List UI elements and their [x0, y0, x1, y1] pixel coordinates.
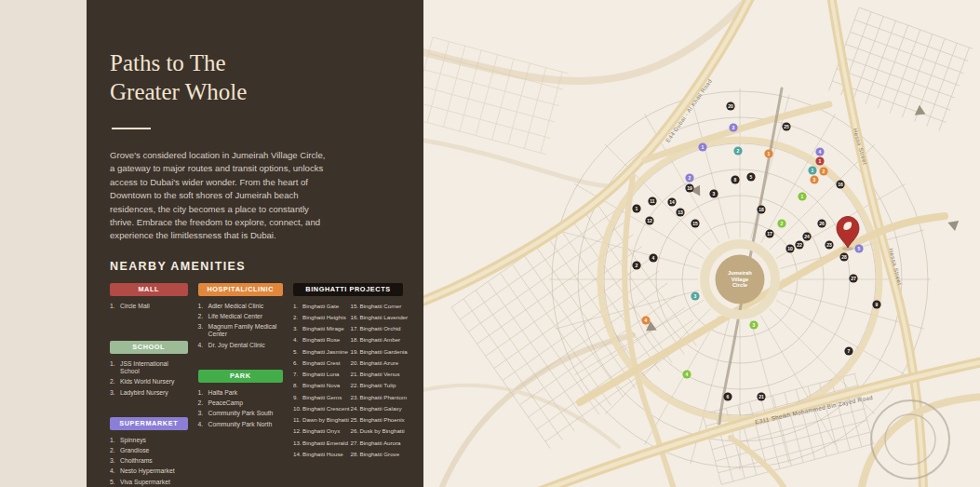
svg-text:4: 4: [819, 149, 822, 155]
amenity-item-name: Community Park North: [208, 421, 283, 428]
map-marker-binghatti-27: 27: [849, 274, 857, 282]
svg-text:18: 18: [758, 207, 764, 212]
binghatti-list: 1.Binghatti Gate2.Binghatti Heights3.Bin…: [293, 303, 403, 462]
amenity-item-name: Ladybird Nursery: [120, 389, 188, 397]
category-header-supermarket: SUPERMARKET: [110, 417, 188, 430]
map-marker-supermarket-2: 2: [685, 173, 693, 182]
svg-text:3: 3: [694, 293, 697, 299]
map-marker-binghatti-15: 15: [691, 219, 699, 227]
svg-text:6: 6: [727, 394, 730, 399]
amenity-item: 3.Choithrams: [110, 457, 188, 465]
svg-text:27: 27: [851, 276, 856, 281]
amenity-item-number: 1.: [110, 360, 120, 375]
map-marker-park-3: 3: [749, 320, 758, 329]
amenity-item-name: Spinneys: [120, 437, 188, 444]
map-marker-binghatti-28: 28: [839, 252, 848, 261]
amenity-item: 3.Binghatti Mirage: [293, 325, 346, 331]
map-marker-binghatti-16: 16: [836, 180, 844, 188]
amenity-item: 3.Community Park South: [198, 410, 283, 417]
map-marker-binghatti-7: 7: [844, 346, 852, 355]
svg-text:4: 4: [686, 372, 689, 377]
map-marker-binghatti-1: 1: [632, 204, 640, 212]
amenity-item-number: 5.: [110, 479, 120, 486]
amenities-heading: NEARBY AMENITIES: [110, 260, 403, 273]
amenity-item-name: PeaceCamp: [208, 399, 283, 407]
amenity-item-name: Binghatti Phantom: [360, 394, 408, 400]
amenity-item: 4.Nesto Hypermarket: [110, 467, 188, 475]
amenity-item: 2.Kids World Nursery: [110, 378, 188, 386]
amenity-item-number: 3.: [110, 457, 120, 465]
amenity-item: 28.Binghatti Grove: [351, 451, 404, 457]
svg-text:12: 12: [647, 218, 652, 223]
amenity-item-number: 14.: [293, 451, 302, 457]
map-marker-supermarket-4: 4: [815, 147, 824, 156]
map-marker-binghatti-4: 4: [649, 253, 657, 262]
title-divider: [112, 128, 151, 129]
category-school: SCHOOL1.JSS International School2.Kids W…: [110, 341, 188, 397]
map-marker-binghatti-8: 8: [731, 175, 739, 183]
amenity-item-name: Community Park South: [208, 410, 283, 417]
map-marker-binghatti-22: 22: [795, 240, 803, 249]
amenity-item-name: Binghatti Tulip: [360, 382, 404, 388]
svg-text:9: 9: [876, 302, 879, 307]
svg-text:14: 14: [669, 199, 675, 205]
map-marker-hospital-1: 1: [764, 149, 772, 157]
map-marker-park-4: 4: [682, 370, 691, 378]
amenity-item-number: 3.: [198, 323, 208, 338]
map-marker-binghatti-24: 24: [802, 232, 811, 240]
amenity-item-name: Binghatti Mirage: [302, 325, 346, 331]
amenity-item-name: Binghatti Phoenix: [360, 416, 405, 423]
svg-text:10: 10: [787, 246, 793, 251]
amenity-item: 22.Binghatti Tulip: [351, 382, 404, 388]
amenity-item-number: 19.: [351, 348, 360, 355]
amenity-item-name: Binghatti Aurora: [360, 440, 404, 446]
map-marker-hospital-3: 3: [810, 175, 818, 183]
svg-text:1: 1: [768, 151, 771, 156]
amenity-item-number: 7.: [293, 371, 302, 377]
map-marker-hospital-4: 4: [641, 316, 650, 324]
amenity-item-name: Binghatti Amber: [360, 336, 404, 343]
category-header-mall: MALL: [110, 283, 188, 296]
category-mall: MALL1.Circle Mall: [110, 283, 188, 310]
svg-text:3: 3: [753, 322, 756, 328]
binghatti-list-column: 15.Binghatti Corner16.Binghatti Lavender…: [351, 303, 404, 462]
amenity-item-name: Binghatti Luna: [302, 371, 346, 377]
svg-text:11: 11: [650, 198, 655, 204]
amenity-item-name: Binghatti Heights: [302, 314, 346, 320]
amenity-item-number: 26.: [351, 427, 360, 434]
intro-paragraph: Grove's considered location in Jumeirah …: [110, 149, 331, 243]
amenity-item: 7.Binghatti Luna: [293, 371, 346, 377]
category-park: PARK1.Halfa Park2.PeaceCamp3.Community P…: [198, 370, 283, 428]
svg-text:7: 7: [848, 348, 851, 354]
amenity-item-name: Dawn by Binghatti: [302, 416, 349, 423]
amenity-item-name: Binghatti Lavender: [360, 314, 409, 320]
amenity-item-name: Binghatti Galaxy: [360, 405, 404, 412]
amenity-item: 19.Binghatti Gardenia: [351, 348, 404, 355]
amenity-item-number: 11.: [293, 416, 302, 423]
amenity-item-name: Life Medical Center: [208, 313, 283, 320]
amenity-item-name: Binghatti Emerald: [302, 440, 348, 446]
amenity-item-number: 3.: [198, 410, 208, 417]
amenity-item-number: 21.: [351, 371, 360, 377]
map-marker-binghatti-23: 23: [825, 240, 833, 249]
amenity-item-number: 27.: [351, 440, 360, 446]
amenity-item-name: Grandiose: [120, 447, 188, 454]
amenity-item-number: 2.: [293, 314, 302, 320]
map-marker-binghatti-11: 11: [648, 196, 656, 205]
amenity-item-number: 3.: [293, 325, 302, 331]
svg-text:3: 3: [713, 191, 716, 196]
amenity-item-number: 2.: [110, 378, 120, 386]
svg-text:23: 23: [826, 242, 832, 248]
amenity-item-number: 24.: [351, 405, 360, 412]
svg-text:3: 3: [732, 125, 735, 130]
map-marker-school-1: 1: [808, 166, 816, 174]
amenity-item-name: Kids World Nursery: [120, 378, 188, 386]
svg-text:1: 1: [636, 206, 638, 211]
category-list-park: 1.Halfa Park2.PeaceCamp3.Community Park …: [198, 389, 283, 428]
amenity-item-number: 1.: [293, 303, 302, 309]
category-list-school: 1.JSS International School2.Kids World N…: [110, 360, 188, 397]
amenity-item-number: 9.: [293, 394, 302, 400]
amenity-item-name: Viva Supermarket: [120, 479, 188, 486]
amenity-item-name: Binghatti Corner: [360, 303, 404, 309]
category-list-mall: 1.Circle Mall: [110, 303, 188, 310]
